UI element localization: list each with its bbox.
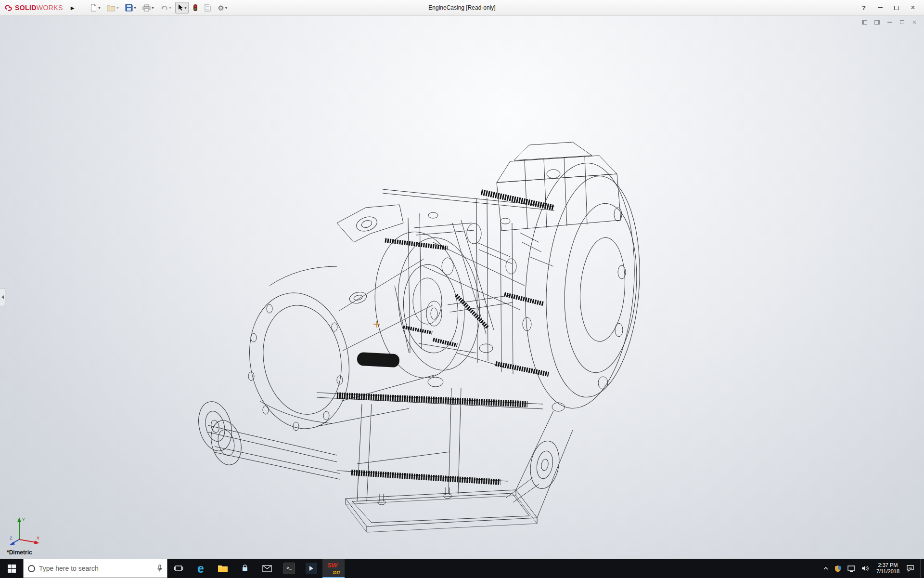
solidworks-window: SOLIDWORKS ▶ ▾ ▾ [0, 0, 924, 578]
save-floppy-icon [125, 4, 133, 12]
solidworks-app-year: 2017 [333, 571, 340, 574]
start-button[interactable] [0, 559, 23, 578]
microsoft-store-button[interactable] [234, 559, 256, 578]
ethernet-network-icon [847, 565, 856, 572]
command-prompt-button[interactable]: >_ [278, 559, 300, 578]
speaker-icon [861, 565, 870, 572]
undo-caret[interactable]: ▾ [169, 6, 171, 10]
brand-suffix: WORKS [37, 4, 63, 12]
edge-icon: e [197, 563, 204, 575]
task-view-icon [174, 565, 183, 572]
windows-taskbar: e >_ [0, 559, 924, 578]
restore-icon [894, 6, 899, 10]
movies-tv-icon [306, 563, 317, 574]
rebuild-button[interactable] [191, 2, 200, 13]
select-cursor-icon [178, 4, 183, 12]
help-button[interactable]: ? [856, 2, 872, 13]
open-button[interactable]: ▾ [104, 2, 121, 13]
file-properties-button[interactable] [202, 2, 213, 13]
axis-x-label: X [37, 536, 39, 540]
new-document-caret[interactable]: ▾ [98, 6, 100, 10]
axis-y-label: Y [22, 517, 25, 522]
action-center-icon [906, 565, 914, 572]
view-orientation-label: *Dimetric [7, 549, 32, 556]
minimize-icon [878, 7, 883, 8]
options-button[interactable]: ⚙ ▾ [215, 2, 229, 13]
origin-marker-icon [373, 321, 380, 328]
select-tool-button[interactable]: ▾ [175, 2, 189, 13]
windows-logo-icon [8, 565, 16, 573]
ds-logo-icon [4, 3, 13, 13]
print-icon [142, 4, 151, 12]
close-button[interactable]: × [905, 2, 921, 13]
clock-date: 7/11/2018 [876, 568, 899, 575]
print-caret[interactable]: ▾ [152, 6, 154, 10]
rebuild-semaphore-icon [193, 4, 198, 12]
mail-app-button[interactable] [256, 559, 278, 578]
open-caret[interactable]: ▾ [116, 6, 118, 10]
undo-button[interactable]: ▾ [158, 2, 173, 13]
titlebar: SOLIDWORKS ▶ ▾ ▾ [0, 0, 924, 16]
minimize-button[interactable] [872, 2, 888, 13]
menu-flyout-button[interactable]: ▶ [71, 5, 75, 11]
axis-z-label: Z [10, 536, 13, 540]
task-view-button[interactable] [167, 559, 190, 578]
movies-tv-button[interactable] [300, 559, 322, 578]
microphone-icon[interactable] [157, 565, 163, 572]
engine-wireframe-model[interactable] [0, 16, 924, 559]
brand-name: SOLIDWORKS [15, 4, 63, 12]
graphics-viewport[interactable]: × [0, 16, 924, 559]
solidworks-app-icon: SW 2017 [327, 562, 340, 574]
save-caret[interactable]: ▾ [134, 6, 136, 10]
mail-envelope-icon [262, 565, 272, 572]
action-center-button[interactable] [906, 565, 914, 572]
store-bag-icon [241, 564, 249, 573]
solidworks-taskbar-button[interactable]: SW 2017 [322, 559, 345, 578]
new-document-button[interactable]: ▾ [88, 2, 103, 13]
select-caret[interactable]: ▾ [184, 6, 186, 10]
options-gear-icon: ⚙ [218, 4, 224, 12]
new-document-icon [90, 4, 97, 12]
show-hidden-icons-button[interactable] [823, 566, 829, 570]
quick-access-toolbar: ▾ ▾ ▾ [88, 2, 230, 13]
document-title: EngineCasing [Read-only] [428, 4, 495, 11]
save-button[interactable]: ▾ [123, 2, 138, 13]
cortana-icon [28, 565, 35, 572]
taskbar-search-box[interactable] [23, 559, 167, 578]
file-explorer-button[interactable] [212, 559, 234, 578]
volume-tray-button[interactable] [861, 565, 870, 572]
system-tray: 2:37 PM 7/11/2018 [823, 559, 924, 578]
solidworks-app-label: SW [327, 562, 337, 569]
network-tray-button[interactable] [847, 565, 856, 572]
print-button[interactable]: ▾ [140, 2, 156, 13]
file-properties-icon [205, 4, 211, 12]
undo-arrow-icon [160, 4, 168, 11]
defender-shield-icon [834, 565, 841, 572]
show-desktop-button[interactable] [920, 559, 923, 578]
brand-prefix: SOLID [15, 4, 37, 12]
solidworks-logo: SOLIDWORKS [0, 3, 63, 13]
edge-browser-button[interactable]: e [190, 559, 212, 578]
security-tray-button[interactable] [834, 565, 841, 572]
open-folder-icon [107, 4, 116, 12]
maximize-restore-button[interactable] [888, 2, 905, 13]
chevron-up-icon [823, 566, 829, 570]
command-prompt-icon: >_ [283, 563, 295, 574]
search-input[interactable] [39, 565, 153, 572]
play-triangle-icon [309, 566, 313, 571]
window-controls: ? × [856, 2, 924, 13]
file-explorer-icon [218, 565, 228, 573]
clock-time: 2:37 PM [878, 562, 898, 568]
taskbar-clock[interactable]: 2:37 PM 7/11/2018 [875, 562, 900, 575]
options-caret[interactable]: ▾ [225, 6, 227, 10]
reference-triad: Y X Z [9, 514, 42, 545]
